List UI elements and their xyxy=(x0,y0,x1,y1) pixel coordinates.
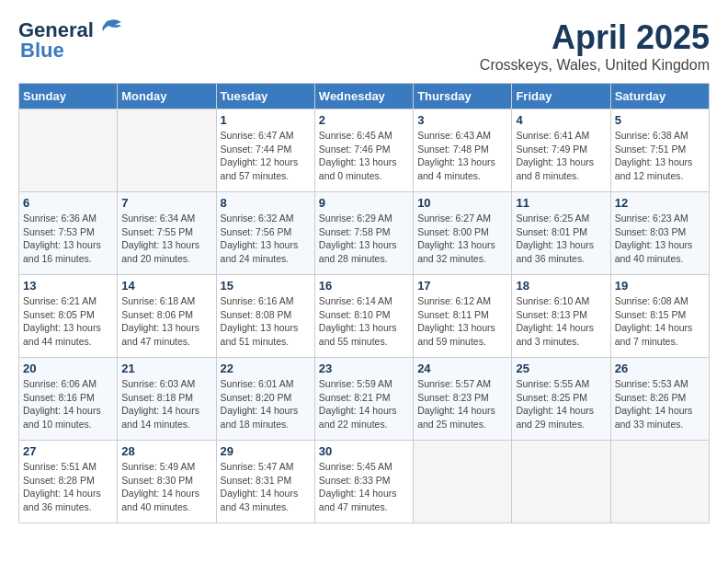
calendar-cell: 5Sunrise: 6:38 AM Sunset: 7:51 PM Daylig… xyxy=(610,109,709,192)
day-info: Sunrise: 6:23 AM Sunset: 8:03 PM Dayligh… xyxy=(615,212,705,266)
page-header: General Blue April 2025 Crosskeys, Wales… xyxy=(18,18,710,74)
day-number: 21 xyxy=(121,362,211,375)
day-info: Sunrise: 6:16 AM Sunset: 8:08 PM Dayligh… xyxy=(221,294,311,349)
col-thursday: Thursday xyxy=(414,84,512,109)
calendar-cell: 13Sunrise: 6:21 AM Sunset: 8:05 PM Dayli… xyxy=(19,275,118,358)
day-number: 12 xyxy=(615,196,705,210)
calendar-cell: 1Sunrise: 6:47 AM Sunset: 7:44 PM Daylig… xyxy=(216,109,314,192)
calendar-cell: 11Sunrise: 6:25 AM Sunset: 8:01 PM Dayli… xyxy=(512,192,610,275)
title-area: April 2025 Crosskeys, Wales, United King… xyxy=(480,18,710,74)
calendar-cell xyxy=(610,441,709,523)
calendar-cell: 29Sunrise: 5:47 AM Sunset: 8:31 PM Dayli… xyxy=(216,441,314,523)
day-info: Sunrise: 6:32 AM Sunset: 7:56 PM Dayligh… xyxy=(221,212,311,266)
day-number: 13 xyxy=(23,279,113,293)
day-info: Sunrise: 5:45 AM Sunset: 8:33 PM Dayligh… xyxy=(319,460,409,514)
day-number: 11 xyxy=(516,196,606,210)
day-info: Sunrise: 5:59 AM Sunset: 8:21 PM Dayligh… xyxy=(319,377,409,431)
header-row: Sunday Monday Tuesday Wednesday Thursday… xyxy=(19,84,710,109)
day-info: Sunrise: 6:21 AM Sunset: 8:05 PM Dayligh… xyxy=(23,294,113,349)
day-info: Sunrise: 6:43 AM Sunset: 7:48 PM Dayligh… xyxy=(417,129,507,183)
logo-bird-icon xyxy=(97,18,123,39)
day-number: 15 xyxy=(221,279,311,293)
day-number: 20 xyxy=(23,362,113,375)
calendar-cell: 23Sunrise: 5:59 AM Sunset: 8:21 PM Dayli… xyxy=(314,358,413,441)
day-info: Sunrise: 6:45 AM Sunset: 7:46 PM Dayligh… xyxy=(319,129,409,183)
day-info: Sunrise: 6:29 AM Sunset: 7:58 PM Dayligh… xyxy=(319,212,409,266)
day-info: Sunrise: 6:08 AM Sunset: 8:15 PM Dayligh… xyxy=(615,294,705,349)
calendar-cell: 22Sunrise: 6:01 AM Sunset: 8:20 PM Dayli… xyxy=(216,358,314,441)
day-number: 27 xyxy=(23,444,113,458)
day-info: Sunrise: 6:06 AM Sunset: 8:16 PM Dayligh… xyxy=(23,377,113,431)
day-number: 23 xyxy=(319,362,409,375)
day-number: 1 xyxy=(221,113,311,127)
day-number: 30 xyxy=(319,444,409,458)
calendar-cell: 16Sunrise: 6:14 AM Sunset: 8:10 PM Dayli… xyxy=(314,275,413,358)
day-number: 3 xyxy=(417,113,507,127)
day-number: 24 xyxy=(417,362,507,375)
day-number: 25 xyxy=(516,362,606,375)
day-number: 17 xyxy=(417,279,507,293)
day-number: 4 xyxy=(516,113,606,127)
col-monday: Monday xyxy=(118,84,216,109)
calendar-cell: 7Sunrise: 6:34 AM Sunset: 7:55 PM Daylig… xyxy=(118,192,216,275)
day-number: 9 xyxy=(319,196,409,210)
calendar-cell: 6Sunrise: 6:36 AM Sunset: 7:53 PM Daylig… xyxy=(19,192,118,275)
day-info: Sunrise: 6:18 AM Sunset: 8:06 PM Dayligh… xyxy=(121,294,211,349)
logo: General Blue xyxy=(18,18,123,63)
calendar-cell: 10Sunrise: 6:27 AM Sunset: 8:00 PM Dayli… xyxy=(414,192,512,275)
subtitle: Crosskeys, Wales, United Kingdom xyxy=(480,57,710,74)
calendar-week-3: 13Sunrise: 6:21 AM Sunset: 8:05 PM Dayli… xyxy=(19,275,710,358)
col-tuesday: Tuesday xyxy=(216,84,314,109)
day-info: Sunrise: 6:01 AM Sunset: 8:20 PM Dayligh… xyxy=(221,377,311,431)
calendar-cell: 27Sunrise: 5:51 AM Sunset: 8:28 PM Dayli… xyxy=(19,441,118,523)
logo-blue-text: Blue xyxy=(20,39,64,63)
calendar-cell xyxy=(512,441,610,523)
calendar-cell: 30Sunrise: 5:45 AM Sunset: 8:33 PM Dayli… xyxy=(314,441,413,523)
day-number: 22 xyxy=(221,362,311,375)
calendar-cell: 3Sunrise: 6:43 AM Sunset: 7:48 PM Daylig… xyxy=(414,109,512,192)
calendar-cell xyxy=(19,109,118,192)
calendar-week-1: 1Sunrise: 6:47 AM Sunset: 7:44 PM Daylig… xyxy=(19,109,710,192)
day-info: Sunrise: 6:14 AM Sunset: 8:10 PM Dayligh… xyxy=(319,294,409,349)
calendar-cell xyxy=(118,109,216,192)
calendar-cell: 26Sunrise: 5:53 AM Sunset: 8:26 PM Dayli… xyxy=(610,358,709,441)
calendar-cell xyxy=(414,441,512,523)
calendar-cell: 25Sunrise: 5:55 AM Sunset: 8:25 PM Dayli… xyxy=(512,358,610,441)
day-info: Sunrise: 6:34 AM Sunset: 7:55 PM Dayligh… xyxy=(121,212,211,266)
day-number: 6 xyxy=(23,196,113,210)
calendar-cell: 28Sunrise: 5:49 AM Sunset: 8:30 PM Dayli… xyxy=(118,441,216,523)
day-info: Sunrise: 6:03 AM Sunset: 8:18 PM Dayligh… xyxy=(121,377,211,431)
col-sunday: Sunday xyxy=(19,84,118,109)
calendar-cell: 15Sunrise: 6:16 AM Sunset: 8:08 PM Dayli… xyxy=(216,275,314,358)
day-info: Sunrise: 6:12 AM Sunset: 8:11 PM Dayligh… xyxy=(417,294,507,349)
col-saturday: Saturday xyxy=(610,84,709,109)
day-info: Sunrise: 6:27 AM Sunset: 8:00 PM Dayligh… xyxy=(417,212,507,266)
calendar-cell: 20Sunrise: 6:06 AM Sunset: 8:16 PM Dayli… xyxy=(19,358,118,441)
day-info: Sunrise: 6:10 AM Sunset: 8:13 PM Dayligh… xyxy=(516,294,606,349)
day-number: 14 xyxy=(121,279,211,293)
calendar-cell: 24Sunrise: 5:57 AM Sunset: 8:23 PM Dayli… xyxy=(414,358,512,441)
day-number: 29 xyxy=(221,444,311,458)
day-number: 8 xyxy=(221,196,311,210)
day-info: Sunrise: 5:51 AM Sunset: 8:28 PM Dayligh… xyxy=(23,460,113,514)
day-number: 2 xyxy=(319,113,409,127)
day-info: Sunrise: 5:49 AM Sunset: 8:30 PM Dayligh… xyxy=(121,460,211,514)
col-wednesday: Wednesday xyxy=(314,84,413,109)
day-info: Sunrise: 5:57 AM Sunset: 8:23 PM Dayligh… xyxy=(417,377,507,431)
col-friday: Friday xyxy=(512,84,610,109)
calendar-cell: 14Sunrise: 6:18 AM Sunset: 8:06 PM Dayli… xyxy=(118,275,216,358)
calendar-week-5: 27Sunrise: 5:51 AM Sunset: 8:28 PM Dayli… xyxy=(19,441,710,523)
day-number: 7 xyxy=(121,196,211,210)
calendar-cell: 18Sunrise: 6:10 AM Sunset: 8:13 PM Dayli… xyxy=(512,275,610,358)
day-number: 5 xyxy=(615,113,705,127)
day-info: Sunrise: 6:47 AM Sunset: 7:44 PM Dayligh… xyxy=(221,129,311,183)
calendar-cell: 4Sunrise: 6:41 AM Sunset: 7:49 PM Daylig… xyxy=(512,109,610,192)
calendar-week-4: 20Sunrise: 6:06 AM Sunset: 8:16 PM Dayli… xyxy=(19,358,710,441)
calendar-cell: 12Sunrise: 6:23 AM Sunset: 8:03 PM Dayli… xyxy=(610,192,709,275)
day-info: Sunrise: 5:47 AM Sunset: 8:31 PM Dayligh… xyxy=(221,460,311,514)
day-info: Sunrise: 6:38 AM Sunset: 7:51 PM Dayligh… xyxy=(615,129,705,183)
day-number: 16 xyxy=(319,279,409,293)
day-number: 10 xyxy=(417,196,507,210)
calendar-cell: 9Sunrise: 6:29 AM Sunset: 7:58 PM Daylig… xyxy=(314,192,413,275)
day-info: Sunrise: 5:53 AM Sunset: 8:26 PM Dayligh… xyxy=(615,377,705,431)
